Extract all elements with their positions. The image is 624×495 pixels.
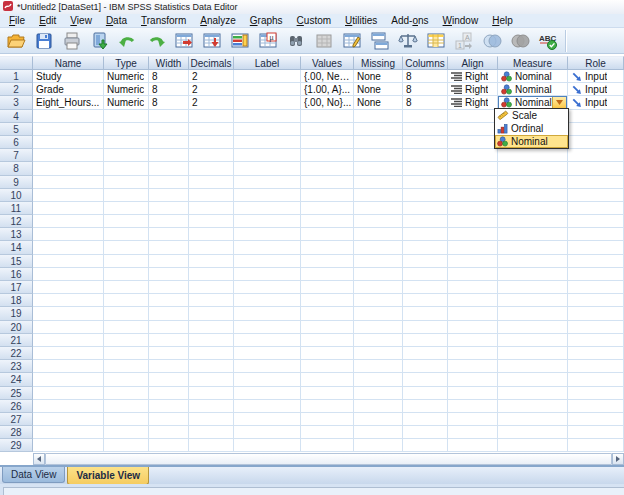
cell-values[interactable] <box>301 176 354 189</box>
cell-name[interactable] <box>33 228 104 241</box>
cell-measure[interactable] <box>498 149 568 162</box>
cell-values[interactable]: {.00, No}... <box>301 96 354 109</box>
cell-decimals[interactable] <box>189 413 234 426</box>
row-number[interactable]: 21 <box>0 334 33 347</box>
row-number[interactable]: 17 <box>0 281 33 294</box>
cell-columns[interactable] <box>403 123 448 136</box>
cell-align[interactable] <box>448 162 498 175</box>
row-number[interactable]: 6 <box>0 136 33 149</box>
cell-align[interactable] <box>448 202 498 215</box>
row-number[interactable]: 16 <box>0 268 33 281</box>
cell-role[interactable] <box>568 255 624 268</box>
cell-missing[interactable] <box>354 373 403 386</box>
cell-name[interactable] <box>33 110 104 123</box>
row-number[interactable]: 10 <box>0 189 33 202</box>
row-number[interactable]: 27 <box>0 413 33 426</box>
cell-measure[interactable] <box>498 321 568 334</box>
cell-measure[interactable]: Nominal <box>498 70 568 83</box>
cell-name[interactable] <box>33 439 104 452</box>
cell-decimals[interactable] <box>189 281 234 294</box>
cell-label[interactable] <box>234 281 301 294</box>
cell-columns[interactable]: 8 <box>403 83 448 96</box>
cell-values[interactable] <box>301 123 354 136</box>
cell-role[interactable] <box>568 215 624 228</box>
cell-role[interactable] <box>568 136 624 149</box>
cell-columns[interactable] <box>403 202 448 215</box>
cell-missing[interactable] <box>354 307 403 320</box>
cell-type[interactable]: Numeric <box>104 83 149 96</box>
cell-align[interactable] <box>448 176 498 189</box>
cell-measure[interactable] <box>498 189 568 202</box>
cell-width[interactable] <box>149 149 189 162</box>
cell-type[interactable] <box>104 373 149 386</box>
cell-align[interactable] <box>448 228 498 241</box>
cell-name[interactable] <box>33 281 104 294</box>
cell-width[interactable] <box>149 347 189 360</box>
row-number[interactable]: 18 <box>0 294 33 307</box>
cell-role[interactable]: Input <box>568 70 624 83</box>
cell-align[interactable] <box>448 439 498 452</box>
row-number[interactable]: 9 <box>0 176 33 189</box>
cell-align[interactable]: Right <box>448 70 498 83</box>
cell-decimals[interactable] <box>189 110 234 123</box>
cell-label[interactable] <box>234 413 301 426</box>
cell-columns[interactable] <box>403 439 448 452</box>
save-button[interactable] <box>31 29 56 53</box>
cell-width[interactable] <box>149 189 189 202</box>
cell-label[interactable] <box>234 334 301 347</box>
cell-values[interactable] <box>301 189 354 202</box>
cell-type[interactable] <box>104 149 149 162</box>
row-number[interactable]: 15 <box>0 255 33 268</box>
cell-width[interactable]: 8 <box>149 83 189 96</box>
cell-align[interactable] <box>448 294 498 307</box>
cell-columns[interactable] <box>403 136 448 149</box>
cell-align[interactable] <box>448 281 498 294</box>
cell-label[interactable] <box>234 96 301 109</box>
cell-type[interactable] <box>104 136 149 149</box>
cell-decimals[interactable] <box>189 400 234 413</box>
row-number[interactable]: 26 <box>0 400 33 413</box>
cell-label[interactable] <box>234 136 301 149</box>
column-header-role[interactable]: Role <box>568 56 624 70</box>
cell-measure[interactable] <box>498 400 568 413</box>
cell-columns[interactable] <box>403 360 448 373</box>
cell-values[interactable] <box>301 228 354 241</box>
cell-align[interactable] <box>448 334 498 347</box>
cell-columns[interactable] <box>403 387 448 400</box>
cell-align[interactable] <box>448 400 498 413</box>
cell-values[interactable] <box>301 347 354 360</box>
cell-missing[interactable] <box>354 202 403 215</box>
cell-missing[interactable] <box>354 347 403 360</box>
menu-addons[interactable]: Add-ons <box>384 14 435 27</box>
measure-option-nominal[interactable]: Nominal <box>495 135 568 148</box>
cell-measure[interactable] <box>498 215 568 228</box>
cell-decimals[interactable]: 2 <box>189 96 234 109</box>
column-header-width[interactable]: Width <box>149 56 189 70</box>
cell-align[interactable] <box>448 347 498 360</box>
cell-decimals[interactable] <box>189 241 234 254</box>
cell-align[interactable] <box>448 149 498 162</box>
cell-missing[interactable] <box>354 321 403 334</box>
cell-label[interactable] <box>234 162 301 175</box>
cell-name[interactable] <box>33 413 104 426</box>
cell-name[interactable] <box>33 334 104 347</box>
cell-align[interactable] <box>448 215 498 228</box>
cell-role[interactable] <box>568 176 624 189</box>
cell-align[interactable] <box>448 307 498 320</box>
cell-align[interactable] <box>448 268 498 281</box>
cell-values[interactable]: {1.00, A}... <box>301 83 354 96</box>
use-variable-sets-button[interactable] <box>479 29 504 53</box>
cell-label[interactable] <box>234 387 301 400</box>
row-number[interactable]: 5 <box>0 123 33 136</box>
cell-role[interactable] <box>568 110 624 123</box>
cell-label[interactable] <box>234 228 301 241</box>
cell-role[interactable] <box>568 360 624 373</box>
cell-decimals[interactable] <box>189 268 234 281</box>
cell-missing[interactable] <box>354 439 403 452</box>
select-cases-button[interactable] <box>423 29 448 53</box>
cell-decimals[interactable] <box>189 373 234 386</box>
split-file-button[interactable] <box>367 29 392 53</box>
variables-button[interactable] <box>227 29 252 53</box>
cell-name[interactable] <box>33 162 104 175</box>
cell-width[interactable] <box>149 202 189 215</box>
